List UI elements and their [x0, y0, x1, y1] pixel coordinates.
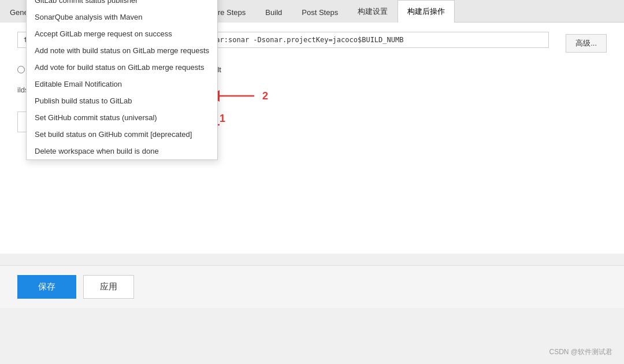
tab-post-actions[interactable]: 构建后操作	[398, 0, 455, 23]
dropdown-item-gitlab-commit[interactable]: GitLab commit status publisher	[27, 0, 217, 9]
dropdown-item-add-note[interactable]: Add note with build status on GitLab mer…	[27, 42, 217, 59]
dropdown-menu: Aggregate downstream test resultsDeploy …	[26, 0, 218, 160]
dropdown-item-add-vote[interactable]: Add vote for build status on GitLab merg…	[27, 59, 217, 76]
add-steps-area: 增加构建后操作步骤 ▲ 1 Aggregate downstream test …	[17, 112, 607, 132]
save-button[interactable]: 保存	[17, 275, 76, 299]
watermark: CSDN @软件测试君	[549, 347, 612, 357]
advanced-button[interactable]: 高级...	[566, 34, 607, 53]
tab-post-steps[interactable]: Post Steps	[292, 2, 348, 23]
tab-build[interactable]: Build	[255, 2, 292, 23]
dropdown-item-publish-gitlab[interactable]: Publish build status to GitLab	[27, 92, 217, 109]
dropdown-item-set-github[interactable]: Set GitHub commit status (universal)	[27, 109, 217, 126]
dropdown-item-delete-workspace[interactable]: Delete workspace when build is done	[27, 143, 217, 159]
main-content: 高级... succeeds or is unstable Run regard…	[0, 23, 624, 254]
dropdown-item-accept-mr[interactable]: Accept GitLab merge request on success	[27, 25, 217, 42]
apply-button[interactable]: 应用	[83, 275, 134, 299]
dropdown-item-sonar[interactable]: SonarQube analysis with Maven	[27, 9, 217, 25]
dropdown-item-email[interactable]: Editable Email Notification	[27, 76, 217, 92]
dropdown-item-set-github-dep[interactable]: Set build status on GitHub commit [depre…	[27, 126, 217, 143]
annotation2: 2	[262, 90, 268, 102]
tab-settings[interactable]: 构建设置	[348, 0, 398, 23]
annotation1: 1	[220, 113, 225, 125]
bottom-bar: 保存 应用	[0, 265, 624, 308]
